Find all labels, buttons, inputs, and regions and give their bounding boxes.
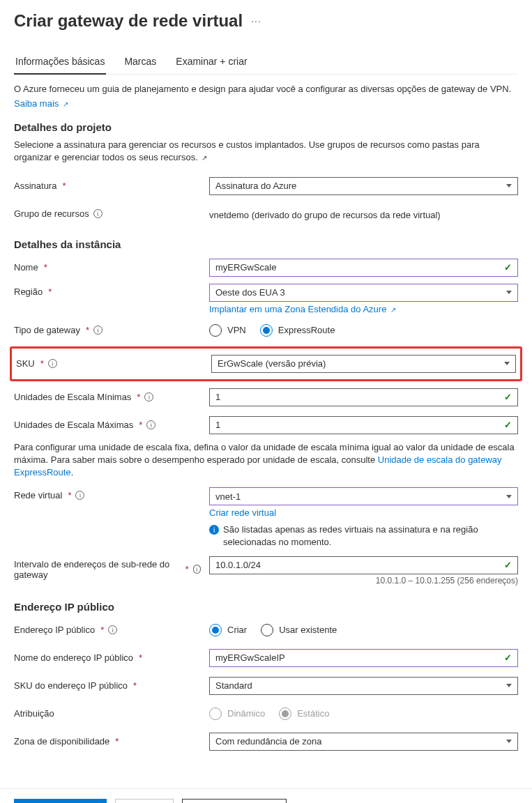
subnet-value: 10.0.1.0/24	[215, 560, 504, 570]
vnet-dropdown[interactable]: vnet-1	[209, 487, 518, 505]
gateway-type-er-label: ExpressRoute	[278, 325, 335, 335]
name-input[interactable]: myERGwScale ✓	[209, 259, 518, 277]
vnet-info-text: São listadas apenas as redes virtuais na…	[223, 523, 518, 549]
check-icon: ✓	[504, 392, 512, 402]
pip-label: Endereço IP público	[14, 625, 95, 635]
tab-tags[interactable]: Marcas	[123, 50, 158, 74]
chevron-down-icon	[506, 684, 512, 687]
project-details-desc: Selecione a assinatura para gerenciar os…	[14, 139, 518, 164]
rg-value: vnetdemo (derivado do grupo de recursos …	[209, 207, 518, 220]
page-title: Criar gateway de rede virtual	[14, 11, 243, 31]
info-icon[interactable]: i	[75, 491, 84, 500]
radio-icon	[209, 624, 222, 636]
chevron-down-icon	[504, 362, 510, 365]
assignment-static-radio: Estático	[279, 708, 329, 720]
instance-details-header: Detalhes da instância	[14, 238, 518, 250]
info-circle-icon: i	[209, 525, 219, 535]
subscription-value: Assinatura do Azure	[215, 181, 506, 191]
required-marker: *	[44, 262, 47, 273]
pip-existing-label: Usar existente	[279, 625, 337, 635]
name-value: myERGwScale	[215, 262, 504, 273]
tab-basics[interactable]: Informações básicas	[14, 50, 106, 74]
check-icon: ✓	[504, 560, 512, 570]
assignment-dynamic-radio: Dinâmico	[209, 708, 265, 720]
info-icon[interactable]: i	[93, 326, 102, 335]
pip-existing-radio[interactable]: Usar existente	[261, 624, 337, 636]
learn-more-link[interactable]: Saiba mais ↗	[14, 98, 68, 109]
external-link-icon: ↗	[63, 100, 68, 108]
info-icon[interactable]: i	[146, 420, 155, 429]
assignment-static-label: Estático	[297, 708, 329, 719]
az-dropdown[interactable]: Com redundância de zona	[209, 733, 518, 751]
info-icon[interactable]: i	[93, 209, 102, 218]
chevron-down-icon	[506, 291, 512, 294]
subnet-hint: 10.0.1.0 – 10.0.1.255 (256 endereços)	[209, 576, 518, 586]
assignment-dynamic-label: Dinâmico	[227, 708, 265, 719]
more-menu-icon[interactable]: ···	[251, 15, 261, 26]
pip-name-value: myERGwScaleIP	[215, 652, 504, 663]
tab-review[interactable]: Examinar + criar	[174, 50, 248, 74]
gateway-type-vpn-radio[interactable]: VPN	[209, 324, 246, 337]
external-link-icon: ↗	[202, 154, 207, 162]
info-icon[interactable]: i	[48, 359, 57, 368]
pip-create-radio[interactable]: Criar	[209, 624, 247, 636]
radio-icon	[279, 708, 291, 720]
required-marker: *	[139, 652, 142, 663]
required-marker: *	[68, 490, 71, 500]
min-scale-label: Unidades de Escala Mínimas	[14, 392, 131, 402]
info-icon[interactable]: i	[144, 392, 153, 402]
max-scale-input[interactable]: 1 ✓	[209, 416, 518, 434]
info-icon[interactable]: i	[108, 625, 117, 634]
required-marker: *	[86, 325, 89, 335]
pip-create-label: Criar	[227, 625, 247, 635]
sku-value: ErGwScale (versão prévia)	[218, 358, 504, 369]
subnet-label: Intervalo de endereços de sub-rede do ga…	[14, 559, 179, 580]
required-marker: *	[133, 680, 137, 691]
min-scale-value: 1	[215, 392, 504, 402]
chevron-down-icon	[506, 184, 512, 188]
required-marker: *	[62, 181, 66, 191]
public-ip-header: Endereço IP público	[14, 601, 518, 613]
review-create-button[interactable]: Examinar + criar	[14, 799, 107, 804]
assignment-label: Atribuição	[14, 708, 54, 719]
project-details-header: Detalhes do projeto	[14, 121, 518, 133]
subscription-dropdown[interactable]: Assinatura do Azure	[209, 177, 518, 195]
create-vnet-link[interactable]: Criar rede virtual	[209, 507, 276, 518]
info-icon[interactable]: i	[193, 565, 201, 574]
chevron-down-icon	[506, 740, 512, 743]
next-button[interactable]: Próximo : Marcas >	[182, 799, 287, 804]
sku-dropdown[interactable]: ErGwScale (versão prévia)	[211, 355, 516, 373]
region-value: Oeste dos EUA 3	[215, 287, 506, 298]
name-label: Nome	[14, 262, 38, 273]
az-label: Zona de disponibilidade	[14, 736, 109, 747]
radio-icon	[209, 708, 222, 720]
required-marker: *	[115, 736, 119, 747]
scale-note: Para configurar uma unidade de escala fi…	[14, 441, 518, 480]
pip-sku-label: SKU do endereço IP público	[14, 680, 128, 691]
gateway-type-label: Tipo de gateway	[14, 325, 80, 335]
required-marker: *	[137, 392, 140, 402]
vnet-value: vnet-1	[215, 491, 506, 502]
previous-button: Anterior	[115, 799, 174, 804]
sku-label: SKU	[16, 358, 35, 369]
required-marker: *	[139, 420, 142, 430]
required-marker: *	[40, 358, 44, 369]
rg-label: Grupo de recursos	[14, 208, 89, 219]
subnet-input[interactable]: 10.0.1.0/24 ✓	[209, 556, 518, 574]
region-label: Região	[14, 286, 43, 297]
learn-more-label: Saiba mais	[14, 98, 59, 109]
vnet-label: Rede virtual	[14, 490, 62, 500]
az-extended-label: Implantar em uma Zona Estendida do Azure	[209, 304, 386, 314]
gateway-type-er-radio[interactable]: ExpressRoute	[260, 324, 335, 337]
region-dropdown[interactable]: Oeste dos EUA 3	[209, 284, 518, 302]
pip-sku-value: Standard	[215, 680, 506, 691]
intro-text: O Azure forneceu um guia de planejamento…	[14, 83, 518, 95]
pip-name-label: Nome do endereço IP público	[14, 652, 133, 663]
pip-name-input[interactable]: myERGwScaleIP ✓	[209, 649, 518, 667]
az-extended-link[interactable]: Implantar em uma Zona Estendida do Azure…	[209, 304, 396, 314]
chevron-down-icon	[506, 495, 512, 498]
required-marker: *	[100, 625, 104, 635]
pip-sku-dropdown[interactable]: Standard	[209, 677, 518, 695]
check-icon: ✓	[504, 652, 512, 663]
min-scale-input[interactable]: 1 ✓	[209, 388, 518, 406]
